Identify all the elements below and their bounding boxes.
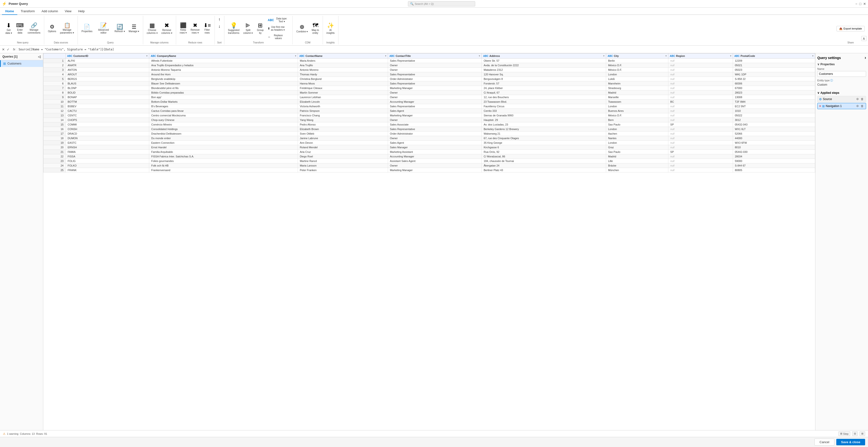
refresh-button[interactable]: 🔄 Refresh ▾ <box>113 23 127 34</box>
collapse-ribbon-button[interactable]: ∧ <box>861 36 867 41</box>
get-data-button[interactable]: ⬇ Getdata ▾ <box>3 21 14 36</box>
step-source[interactable]: ⚙ Source ⚙ 🗑 <box>817 96 866 102</box>
group-by-button[interactable]: ⊞ Groupby <box>255 21 266 36</box>
postal-code-filter-icon[interactable]: ▾ <box>812 55 813 57</box>
col-header-region[interactable]: ABC Region ▾ <box>669 54 733 59</box>
remove-rows-button[interactable]: ✖ Removerows ▾ <box>189 22 201 35</box>
ribbon-group-data-sources: ⚙ Options 📋 Manageparameters ▾ Data sour… <box>44 16 78 44</box>
col-header-contact-name[interactable]: ABC ContactName ▾ <box>298 54 388 59</box>
filter-rows-button[interactable]: ⬇≡ Filterrows <box>202 22 213 35</box>
step-status-button[interactable]: ⊞ Step <box>838 432 850 436</box>
table-row[interactable]: 11BSBEVB's BeveragesVictoria AshworthSal… <box>43 104 815 109</box>
table-row[interactable]: 7BLONPBlondesddsl père et filsFrédérique… <box>43 86 815 91</box>
table-row[interactable]: 17DRACDDrachenblut DelikatessenSven Ottl… <box>43 132 815 136</box>
use-first-row-button[interactable]: ⬆ Use first row as headers ▾ <box>266 25 290 32</box>
grid-view-2-button[interactable]: ⊞ <box>860 432 865 436</box>
advanced-editor-button[interactable]: 📝 Advanced editor <box>95 22 113 35</box>
tab-help[interactable]: Help <box>75 8 88 15</box>
combine-button[interactable]: ⊕ Combine ▾ <box>294 23 309 34</box>
company-name-filter-icon[interactable]: ▾ <box>295 55 296 57</box>
table-row[interactable]: 3ANTONAntonio Moreno TaqueríaAntonio Mor… <box>43 68 815 72</box>
step-navigation-settings-btn[interactable]: ⚙ <box>856 104 860 108</box>
formula-accept-button[interactable]: ✓ <box>6 47 10 51</box>
col-header-customer-id[interactable]: ABC CustomerID ▾ <box>66 54 149 59</box>
properties-button[interactable]: 📄 Properties <box>80 23 94 34</box>
cancel-button[interactable]: Cancel <box>814 439 834 446</box>
grid-view-1-button[interactable]: ⊟ <box>852 432 858 436</box>
table-row[interactable]: 21FAMIAFamilia ArquibaldoAria CruzMarket… <box>43 150 815 154</box>
table-row[interactable]: 9BONAPBon app'Laurence LebihanOwner12, r… <box>43 95 815 100</box>
manage-query-button[interactable]: ☰ Manage ▾ <box>127 23 141 34</box>
table-row[interactable]: 25FRANKFrankenversandPeter FrankenMarket… <box>43 168 815 173</box>
manage-connections-button[interactable]: 🔗 Manageconnections <box>26 22 42 35</box>
table-row[interactable]: 13CENTCCentro comercial MoctezumaFrancis… <box>43 113 815 118</box>
contact-name-filter-icon[interactable]: ▾ <box>385 55 386 57</box>
table-row[interactable]: 5BERGSBerglunds snabbköpChristina Berglu… <box>43 77 815 81</box>
col-header-postal-code[interactable]: ABC PostalCode ▾ <box>733 54 815 59</box>
table-row[interactable]: 20ERNSHErnst HandelRoland MendelSales Ma… <box>43 145 815 150</box>
properties-chevron[interactable]: ∨ <box>817 63 819 66</box>
search-box[interactable]: 🔍 Search (Alt + Q) <box>408 1 475 6</box>
data-grid-wrapper[interactable]: ABC CustomerID ▾ ABC CompanyName ▾ <box>43 53 815 430</box>
minimize-icon[interactable]: − <box>855 2 857 6</box>
sort-asc-button[interactable]: ↑ <box>217 16 222 23</box>
col-header-company-name[interactable]: ABC CompanyName ▾ <box>149 54 298 59</box>
table-row[interactable]: 15COMMIComércio MineiroPedro AfonsoSales… <box>43 123 815 127</box>
table-row[interactable]: 14CHOPSChop-suey ChineseYang WangOwnerHa… <box>43 118 815 123</box>
data-type-button[interactable]: ABC Data type: Text ▾ <box>266 16 290 24</box>
region-filter-icon[interactable]: ▾ <box>730 55 731 57</box>
col-header-address[interactable]: ABC Address ▾ <box>482 54 606 59</box>
formula-bar-input[interactable] <box>19 48 867 51</box>
options-button[interactable]: ⚙ Options <box>46 23 58 34</box>
export-template-button[interactable]: 📤 Export template <box>837 26 865 31</box>
ai-insights-button[interactable]: ✨ AIinsights <box>325 21 336 36</box>
contact-title-filter-icon[interactable]: ▾ <box>479 55 480 57</box>
applied-steps-chevron[interactable]: ∨ <box>817 91 819 95</box>
address-filter-icon[interactable]: ▾ <box>603 55 604 57</box>
close-icon[interactable]: ✕ <box>863 2 866 6</box>
choose-columns-button[interactable]: ▦ Choosecolumns ▾ <box>145 21 159 36</box>
maximize-icon[interactable]: □ <box>859 2 861 6</box>
step-navigation-delete-btn[interactable]: 🗑 <box>860 104 864 108</box>
split-column-button[interactable]: ⫸ Splitcolumn ▾ <box>242 21 254 36</box>
suggested-transforms-button[interactable]: 💡 Suggestedtransforms <box>226 21 241 36</box>
step-source-settings-btn[interactable]: ⚙ <box>856 97 860 101</box>
tab-transform[interactable]: Transform <box>17 8 38 15</box>
formula-reject-button[interactable]: ✕ <box>1 47 5 51</box>
customer-id-filter-icon[interactable]: ▾ <box>146 55 148 57</box>
table-row[interactable]: 8BOLIDBólido Comidas preparadasMartín So… <box>43 91 815 95</box>
table-row[interactable]: 4AROUTAround the HornThomas HardySales R… <box>43 72 815 77</box>
city-filter-icon[interactable]: ▾ <box>665 55 667 57</box>
enter-data-button[interactable]: ⌨ Enterdata <box>14 22 26 35</box>
remove-columns-button[interactable]: ✖ Removecolumns ▾ <box>160 21 174 36</box>
transform-buttons: 💡 Suggestedtransforms ⫸ Splitcolumn ▾ ⊞ … <box>226 16 291 41</box>
table-row[interactable]: 24FOLKOFolk och fä HBMaria LarssonOwnerÅ… <box>43 163 815 168</box>
step-navigation[interactable]: ✕ ⊞ Navigation 1 ⚙ 🗑 <box>817 103 866 109</box>
table-row[interactable]: 12CACTUCactus Comidas para llevarPatrici… <box>43 109 815 113</box>
table-row[interactable]: 6BLAUSBlauer See DelikatessenHanna MoosS… <box>43 81 815 86</box>
table-row[interactable]: 22FISSAFISSA Fabrica Inter. Salchichas S… <box>43 154 815 159</box>
table-row[interactable]: 23FOLIGFolies gourmandesMartine RancéAss… <box>43 159 815 163</box>
table-row[interactable]: 10BOTTMBottom-Dollar MarketsElizabeth Li… <box>43 100 815 104</box>
tab-home[interactable]: Home <box>2 8 17 15</box>
sort-desc-button[interactable]: ↓ <box>217 23 222 29</box>
step-source-delete-btn[interactable]: 🗑 <box>860 97 864 101</box>
replace-values-button[interactable]: ↔ Replace values <box>266 33 290 41</box>
manage-parameters-button[interactable]: 📋 Manageparameters ▾ <box>58 22 76 35</box>
save-close-button[interactable]: Save & close <box>836 439 865 445</box>
name-field-input[interactable] <box>817 71 866 77</box>
keep-rows-button[interactable]: ⬛ Keeprows ▾ <box>178 22 189 35</box>
table-row[interactable]: 18DUMONDu monde entierJanine LabruneOwne… <box>43 136 815 141</box>
query-item-customers[interactable]: ⊞ Customers <box>0 60 43 67</box>
table-row[interactable]: 19EASTCEastern ConnectionAnn DevonSales … <box>43 141 815 145</box>
queries-panel-collapse-button[interactable]: ◁ <box>38 55 40 59</box>
col-header-city[interactable]: ABC City ▾ <box>606 54 669 59</box>
col-header-contact-title[interactable]: ABC ContactTitle ▾ <box>388 54 482 59</box>
map-to-entity-button[interactable]: 🗺 Map toentity <box>310 21 321 36</box>
table-row[interactable]: 1ALFKIAlfreds FutterkisteMaria AndersSal… <box>43 59 815 63</box>
table-row[interactable]: 2ANATRAna Trujillo Emparedados y helados… <box>43 63 815 68</box>
table-row[interactable]: 16CONSHConsolidated HoldingsElizabeth Br… <box>43 127 815 132</box>
settings-panel-expand-icon[interactable]: › <box>865 55 866 60</box>
tab-view[interactable]: View <box>62 8 75 15</box>
tab-add-column[interactable]: Add column <box>38 8 62 15</box>
